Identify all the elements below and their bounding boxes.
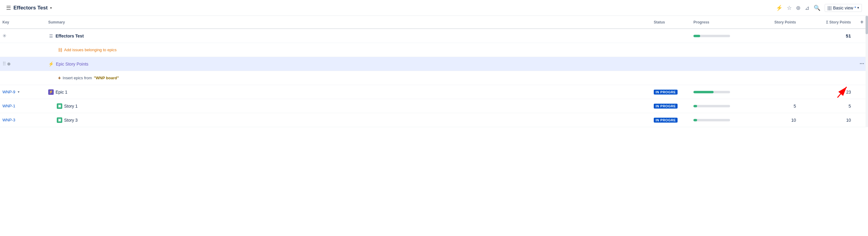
- expand-arrow-icon[interactable]: ▼: [17, 90, 20, 94]
- progress-cell: [691, 116, 752, 124]
- col-story-points: Story Points: [752, 19, 801, 26]
- summary-cell: ▣ Story 1: [46, 101, 651, 111]
- progress-bar: [693, 35, 730, 37]
- col-progress: Progress: [691, 19, 752, 26]
- status-badge: IN PROGRE: [654, 104, 678, 108]
- sigma-points-cell: 10: [801, 115, 856, 125]
- summary-cell: + Insert epics from "WNP board": [46, 73, 651, 83]
- sprint-list-icon: ☰: [6, 5, 11, 11]
- epic-story-points-row: ⠿ ⚡ Epic Story Points ···: [0, 57, 868, 71]
- progress-bar: [693, 119, 730, 121]
- view-chevron: ▾: [857, 6, 859, 10]
- layers-icon[interactable]: ⊛: [796, 5, 801, 11]
- epic-story-points-label: Epic Story Points: [56, 62, 89, 66]
- insert-before-text: Insert epics from: [63, 76, 92, 80]
- progress-bar: [693, 105, 730, 107]
- status-cell: IN PROGRE: [651, 87, 691, 97]
- status-cell: [651, 34, 691, 38]
- sigma-points-cell: [801, 47, 856, 53]
- view-label: Basic view: [833, 5, 853, 10]
- table-row: WNP-1 ▣ Story 1 IN PROGRE 5 5: [0, 99, 868, 113]
- story-type-icon: ▣: [57, 117, 62, 123]
- status-cell: [651, 47, 691, 53]
- sigma-points-cell: [801, 62, 856, 66]
- add-issues-link[interactable]: Add issues belonging to epics: [64, 47, 117, 52]
- col-status: Status: [651, 19, 691, 26]
- key-cell: [0, 76, 46, 80]
- story-points-cell: [752, 76, 801, 80]
- bolt-icon[interactable]: ⚡: [776, 5, 782, 11]
- progress-cell: [691, 89, 752, 96]
- progress-fill: [693, 91, 714, 93]
- sprint-icon: ☰: [48, 33, 54, 39]
- story-points-cell: [752, 90, 801, 95]
- column-headers: Key Summary Status Progress Story Points…: [0, 16, 868, 29]
- flash-icon: ⚡: [48, 61, 54, 67]
- title-chevron[interactable]: ▾: [50, 6, 52, 10]
- col-summary: Summary: [46, 19, 651, 26]
- more-options-button[interactable]: ···: [858, 60, 866, 68]
- summary-cell: ⚡ Epic 1: [46, 87, 651, 97]
- story-points-value: 10: [791, 118, 796, 123]
- status-cell: IN PROGRE: [651, 115, 691, 125]
- summary-text: Epic 1: [56, 90, 67, 95]
- progress-fill: [693, 105, 697, 107]
- drag-handle-icon[interactable]: ⠿: [2, 61, 6, 67]
- progress-cell: [691, 62, 752, 66]
- backlog-table: Key Summary Status Progress Story Points…: [0, 16, 868, 127]
- page-title: Effectors Test: [13, 5, 48, 11]
- filter-icon[interactable]: ⊿: [805, 5, 809, 11]
- plus-icon: +: [58, 75, 61, 81]
- sigma-points-cell: 51: [801, 31, 856, 41]
- sigma-value: 23: [846, 90, 851, 95]
- col-key: Key: [0, 19, 46, 26]
- wand-icon: ✳: [2, 33, 6, 39]
- status-cell: [651, 76, 691, 80]
- table-row: + Insert epics from "WNP board": [0, 71, 868, 85]
- progress-cell: [691, 102, 752, 110]
- key-cell: ✳: [0, 31, 46, 41]
- table-row: ✳ ☰ Effectors Test 51: [0, 29, 868, 43]
- progress-fill: [693, 119, 697, 121]
- sigma-value: 5: [848, 104, 851, 108]
- summary-cell: ⚡ Epic Story Points: [46, 59, 651, 69]
- summary-text: Story 3: [64, 118, 78, 123]
- summary-cell: ⛓ Add issues belonging to epics: [46, 45, 651, 55]
- star-icon[interactable]: ☆: [787, 5, 792, 11]
- sigma-points-cell: 5: [801, 101, 856, 111]
- search-icon[interactable]: 🔍: [814, 5, 820, 11]
- header-left: ☰ Effectors Test ▾: [6, 5, 52, 11]
- progress-cell: [691, 76, 752, 80]
- issue-key-link[interactable]: WNP-3: [2, 118, 15, 122]
- table-row: ⛓ Add issues belonging to epics: [0, 43, 868, 57]
- top-header: ☰ Effectors Test ▾ ⚡ ☆ ⊛ ⊿ 🔍 ||| Basic v…: [0, 0, 868, 16]
- key-cell: WNP-3: [0, 115, 46, 125]
- progress-fill: [693, 35, 700, 37]
- progress-cell: [691, 47, 752, 53]
- issue-key-link[interactable]: WNP-9: [2, 90, 15, 94]
- view-asterisk: *: [855, 5, 856, 10]
- basic-view-button[interactable]: ||| Basic view * ▾: [825, 4, 862, 12]
- key-cell: WNP-1: [0, 101, 46, 111]
- issue-key-link[interactable]: WNP-1: [2, 104, 15, 108]
- summary-text: Story 1: [64, 104, 78, 108]
- table-row: WNP-3 ▣ Story 3 IN PROGRE 10 10: [0, 113, 868, 127]
- sigma-value: 51: [846, 33, 851, 38]
- sigma-points-cell: [801, 76, 856, 80]
- status-badge: IN PROGRE: [654, 118, 678, 123]
- sigma-value: 10: [846, 118, 851, 123]
- story-points-cell: 10: [752, 115, 801, 125]
- scrollbar-thumb[interactable]: [866, 16, 868, 34]
- scrollbar-track[interactable]: [866, 16, 868, 127]
- key-cell: WNP-9 ▼: [0, 87, 46, 97]
- drag-key-cell: ⠿: [0, 59, 46, 69]
- header-right: ⚡ ☆ ⊛ ⊿ 🔍 ||| Basic view * ▾: [776, 4, 862, 12]
- board-link[interactable]: "WNP board": [94, 76, 119, 80]
- story-type-icon: ▣: [57, 103, 62, 109]
- status-badge: IN PROGRE: [654, 90, 678, 95]
- link-icon: ⛓: [58, 47, 62, 53]
- col-sigma-points: Σ Story Points: [801, 19, 856, 26]
- summary-cell: ☰ Effectors Test: [46, 31, 651, 41]
- key-cell: [0, 47, 46, 53]
- story-points-cell: [752, 62, 801, 66]
